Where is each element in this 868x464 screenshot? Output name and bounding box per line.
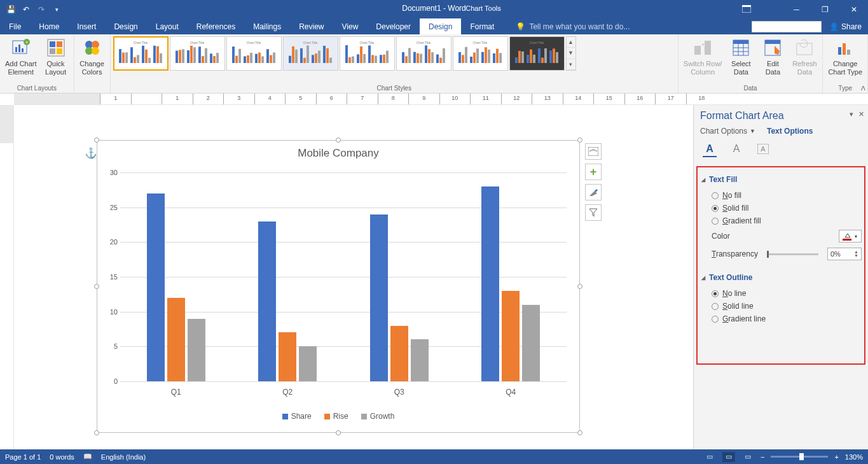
- solid-line-radio[interactable]: Solid line: [700, 300, 862, 313]
- resize-handle-e[interactable]: [577, 284, 582, 289]
- pane-close-icon[interactable]: ✕: [858, 110, 864, 118]
- color-picker[interactable]: ▾: [839, 230, 862, 243]
- transparency-slider[interactable]: [767, 253, 818, 255]
- change-chart-type-button[interactable]: Change Chart Type: [825, 36, 865, 78]
- document-page[interactable]: ⚓ Mobile Company 051015202530 Q1Q2Q3Q4 S…: [14, 105, 693, 449]
- layout-options-button[interactable]: [585, 143, 602, 160]
- chart-style-6[interactable]: Chart Title: [396, 36, 451, 71]
- bar-rise-q3[interactable]: [390, 326, 408, 381]
- resize-handle-s[interactable]: [336, 430, 341, 435]
- plot-area[interactable]: 051015202530: [120, 172, 567, 381]
- pane-options-icon[interactable]: ▾: [850, 110, 853, 118]
- legend-growth[interactable]: Growth: [361, 412, 395, 421]
- chart-style-1[interactable]: Chart Title: [113, 36, 169, 71]
- language-status[interactable]: English (India): [101, 453, 146, 461]
- bar-rise-q1[interactable]: [167, 298, 185, 381]
- chart-style-4[interactable]: Chart Title: [283, 36, 338, 71]
- bar-rise-q4[interactable]: [502, 291, 520, 381]
- tell-me-search[interactable]: 💡 Tell me what you want to do...: [503, 18, 630, 34]
- spell-check-icon[interactable]: 📖: [83, 453, 92, 461]
- tab-insert[interactable]: Insert: [68, 18, 105, 34]
- resize-handle-nw[interactable]: [94, 137, 99, 143]
- tab-chart-design[interactable]: Design: [420, 18, 461, 34]
- chart-filters-button[interactable]: [585, 204, 602, 221]
- bar-share-q4[interactable]: [481, 186, 499, 381]
- tab-design[interactable]: Design: [105, 18, 146, 34]
- text-options-tab[interactable]: Text Options: [767, 127, 813, 136]
- share-button[interactable]: 👤 Share: [825, 22, 865, 31]
- zoom-out-button[interactable]: −: [761, 453, 764, 461]
- tab-mailings[interactable]: Mailings: [244, 18, 290, 34]
- word-count[interactable]: 0 words: [50, 453, 74, 461]
- solid-fill-radio[interactable]: Solid fill: [700, 202, 862, 214]
- chart-options-tab[interactable]: Chart Options▼: [700, 127, 755, 136]
- bar-share-q3[interactable]: [370, 214, 388, 381]
- zoom-slider[interactable]: [771, 456, 828, 458]
- tab-developer[interactable]: Developer: [367, 18, 420, 34]
- chart-styles-button[interactable]: [585, 184, 602, 200]
- text-fill-outline-icon[interactable]: A: [703, 143, 717, 157]
- select-data-button[interactable]: Select Data: [726, 36, 756, 78]
- bar-growth-q1[interactable]: [188, 319, 205, 381]
- textbox-icon[interactable]: A: [756, 143, 770, 157]
- zoom-in-button[interactable]: +: [834, 453, 838, 461]
- chart-legend[interactable]: ShareRiseGrowth: [97, 412, 579, 421]
- gallery-scroll[interactable]: ▲▼▾: [566, 36, 576, 71]
- text-outline-section[interactable]: Text Outline: [701, 273, 862, 282]
- legend-rise[interactable]: Rise: [324, 412, 348, 421]
- no-line-radio[interactable]: No line: [700, 287, 862, 300]
- edit-data-button[interactable]: Edit Data: [757, 36, 788, 78]
- minimize-button[interactable]: ─: [782, 0, 811, 18]
- bar-rise-q2[interactable]: [279, 332, 296, 381]
- qat-customize-icon[interactable]: ▾: [50, 3, 64, 17]
- save-icon[interactable]: 💾: [4, 3, 18, 17]
- chart-style-3[interactable]: Chart Title: [226, 36, 282, 71]
- tab-layout[interactable]: Layout: [147, 18, 188, 34]
- tab-file[interactable]: File: [0, 18, 30, 34]
- tab-home[interactable]: Home: [30, 18, 68, 34]
- chart-style-8[interactable]: Chart Title: [509, 36, 565, 71]
- web-layout-icon[interactable]: ▭: [741, 452, 754, 462]
- text-fill-section[interactable]: Text Fill: [701, 175, 862, 184]
- bar-growth-q3[interactable]: [411, 339, 429, 381]
- search-box[interactable]: [752, 21, 822, 32]
- resize-handle-n[interactable]: [336, 137, 341, 143]
- resize-handle-sw[interactable]: [94, 430, 99, 435]
- chart-style-5[interactable]: Chart Title: [340, 36, 395, 71]
- text-effects-icon[interactable]: A: [729, 143, 743, 157]
- ribbon-display-options-icon[interactable]: [740, 2, 754, 16]
- restore-button[interactable]: ❐: [811, 0, 839, 18]
- change-colors-button[interactable]: Change Colors: [77, 36, 107, 78]
- resize-handle-se[interactable]: [577, 430, 582, 435]
- no-fill-radio[interactable]: No fill: [700, 189, 862, 202]
- chart-elements-button[interactable]: +: [585, 164, 602, 180]
- resize-handle-w[interactable]: [94, 284, 99, 289]
- zoom-level[interactable]: 130%: [845, 453, 863, 461]
- print-layout-icon[interactable]: ▭: [722, 452, 735, 462]
- read-mode-icon[interactable]: ▭: [703, 452, 716, 462]
- bar-growth-q4[interactable]: [522, 305, 540, 381]
- chart-title[interactable]: Mobile Company: [97, 141, 579, 164]
- collapse-ribbon-icon[interactable]: ᐱ: [861, 85, 865, 92]
- close-button[interactable]: ✕: [839, 0, 868, 18]
- tab-chart-format[interactable]: Format: [461, 18, 503, 34]
- legend-share[interactable]: Share: [282, 412, 312, 421]
- transparency-input[interactable]: 0%▲▼: [827, 248, 862, 260]
- tab-review[interactable]: Review: [290, 18, 333, 34]
- gradient-line-radio[interactable]: Gradient line: [700, 313, 862, 325]
- quick-layout-button[interactable]: Quick Layout: [41, 36, 71, 78]
- bar-share-q2[interactable]: [258, 221, 276, 381]
- add-chart-element-button[interactable]: + Add Chart Element: [3, 36, 39, 78]
- horizontal-ruler[interactable]: 1123456789101112131415161718: [14, 94, 868, 105]
- gradient-fill-radio[interactable]: Gradient fill: [700, 214, 862, 227]
- chart-object[interactable]: ⚓ Mobile Company 051015202530 Q1Q2Q3Q4 S…: [97, 140, 580, 433]
- redo-icon[interactable]: ↷: [34, 3, 48, 17]
- undo-icon[interactable]: ↶: [19, 3, 33, 17]
- tab-view[interactable]: View: [333, 18, 368, 34]
- bar-share-q1[interactable]: [147, 193, 165, 381]
- chart-style-2[interactable]: Chart Title: [170, 36, 225, 71]
- vertical-ruler[interactable]: [0, 105, 14, 449]
- resize-handle-ne[interactable]: [577, 137, 582, 143]
- page-status[interactable]: Page 1 of 1: [5, 453, 41, 461]
- bar-growth-q2[interactable]: [299, 346, 317, 381]
